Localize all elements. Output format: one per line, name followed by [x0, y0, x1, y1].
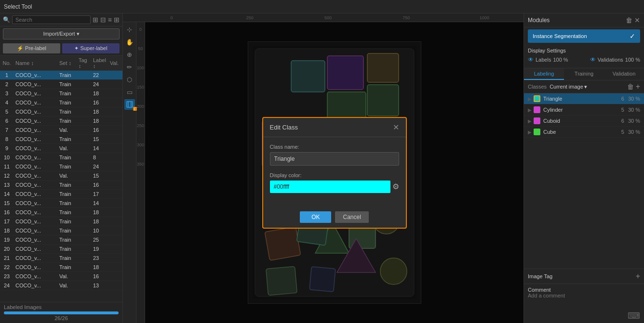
columns-icon[interactable]: ⊞	[114, 16, 120, 24]
col-label-header[interactable]: Label ↕	[91, 56, 108, 70]
row-name: COCO_v...	[13, 71, 57, 79]
table-row[interactable]: 3 COCO_v... Train 18	[0, 89, 122, 98]
list-icon[interactable]: ≡	[108, 16, 112, 24]
modal-title: Edit Class	[270, 124, 298, 131]
table-row[interactable]: 13 COCO_v... Train 16	[0, 181, 122, 190]
table-row[interactable]: 11 COCO_v... Train 24	[0, 162, 122, 171]
table-row[interactable]: 23 COCO_v... Val. 16	[0, 272, 122, 281]
ruler-h: 02505007501000	[123, 13, 523, 22]
classes-delete-button[interactable]: 🗑	[627, 82, 634, 91]
table-row[interactable]: 6 COCO_v... Train 18	[0, 116, 122, 126]
row-label: 16	[91, 272, 108, 281]
row-name: COCO_v...	[13, 281, 57, 290]
draw-tool-btn[interactable]: ✏	[124, 62, 135, 72]
row-label: 16	[91, 126, 108, 134]
classes-add-button[interactable]: +	[636, 82, 640, 91]
row-name: COCO_v...	[13, 80, 57, 89]
col-tag-header[interactable]: Tag ↕	[77, 56, 91, 70]
table-row[interactable]: 9 COCO_v... Val. 14	[0, 144, 122, 153]
row-name: COCO_v...	[13, 126, 57, 134]
class-row[interactable]: ▶ Cylinder 5 30 %	[524, 104, 644, 116]
labels-display-label: Labels	[536, 57, 551, 63]
filter-icon[interactable]: ⊟	[100, 16, 106, 24]
table-row[interactable]: 20 COCO_v... Train 19	[0, 245, 122, 254]
image-tag-add-button[interactable]: +	[636, 272, 640, 281]
color-picker-button[interactable]: ⚙	[392, 182, 399, 191]
table-row[interactable]: 5 COCO_v... Train 18	[0, 107, 122, 116]
class-row[interactable]: ▶ Cuboid 6 30 %	[524, 116, 644, 127]
table-row[interactable]: 1 COCO_v... Train 22	[0, 71, 122, 80]
table-row[interactable]: 10 COCO_v... Train 8	[0, 153, 122, 162]
comment-input[interactable]	[528, 293, 640, 304]
row-val	[108, 183, 122, 186]
cancel-button[interactable]: Cancel	[335, 211, 368, 223]
table-row[interactable]: 22 COCO_v... Train 18	[0, 263, 122, 272]
row-no: 22	[0, 263, 13, 271]
row-label: 19	[91, 245, 108, 253]
row-no: 16	[0, 208, 13, 217]
row-tag	[77, 119, 91, 122]
table-row[interactable]: 8 COCO_v... Train 15	[0, 135, 122, 144]
table-row[interactable]: 24 COCO_v... Val. 13	[0, 281, 122, 290]
row-val	[108, 266, 122, 269]
validations-eye-icon[interactable]: 👁	[590, 56, 596, 63]
class-row[interactable]: ▶ Cube 5 30 %	[524, 127, 644, 138]
import-export-button[interactable]: Import/Export ▾	[3, 28, 120, 39]
row-val	[108, 257, 122, 259]
row-set: Val.	[57, 126, 77, 134]
table-row[interactable]: 17 COCO_v... Train 18	[0, 217, 122, 226]
class-expand-icon: ▶	[528, 96, 532, 102]
pan-tool-btn[interactable]: ✋	[124, 37, 135, 47]
segment-tool-btn[interactable]: ⟨	[124, 99, 135, 110]
super-label-button[interactable]: ✦ Super-label	[62, 43, 120, 53]
canvas-view[interactable]: Edit Class ✕ Class name: Display color:	[145, 22, 523, 323]
search-input[interactable]	[12, 15, 91, 24]
tab-validation[interactable]: Validation	[604, 68, 644, 80]
zoom-tool-btn[interactable]: ⊕	[124, 49, 135, 60]
image-tag-header: Image Tag +	[528, 272, 640, 281]
class-name-input[interactable]	[270, 152, 399, 166]
table-row[interactable]: 4 COCO_v... Train 16	[0, 98, 122, 107]
row-label: 8	[91, 153, 108, 162]
row-name: COCO_v...	[13, 98, 57, 107]
keyboard-icon[interactable]: ⌨	[628, 310, 640, 321]
table-row[interactable]: 21 COCO_v... Train 23	[0, 254, 122, 263]
table-row[interactable]: 12 COCO_v... Val. 15	[0, 171, 122, 181]
polygon-tool-btn[interactable]: ⬡	[124, 74, 135, 85]
rect-tool-btn[interactable]: ▭	[124, 87, 135, 97]
current-image-button[interactable]: Current image ▾	[550, 84, 587, 90]
select-tool-btn[interactable]: ⊹	[124, 24, 135, 35]
search-icon: 🔍	[3, 16, 10, 23]
table-row[interactable]: 2 COCO_v... Train 24	[0, 80, 122, 89]
modal-close-button[interactable]: ✕	[393, 123, 399, 132]
table-row[interactable]: 19 COCO_v... Train 25	[0, 235, 122, 245]
row-no: 1	[0, 71, 13, 79]
table-row[interactable]: 7 COCO_v... Val. 16	[0, 126, 122, 135]
modules-delete-button[interactable]: 🗑	[626, 16, 632, 24]
row-set: Train	[57, 116, 77, 125]
row-label: 16	[91, 181, 108, 189]
image-grid-icon[interactable]: ⊞	[93, 16, 98, 24]
class-row[interactable]: ▶ Triangle 6 30 %	[524, 93, 644, 104]
table-row[interactable]: 18 COCO_v... Train 10	[0, 226, 122, 235]
labels-eye-icon[interactable]: 👁	[528, 56, 534, 63]
classes-title: Classes	[528, 84, 547, 90]
class-name-label: Cuboid	[543, 118, 621, 124]
row-label: 18	[91, 107, 108, 116]
modules-add-button[interactable]: ✕	[634, 16, 640, 24]
row-name: COCO_v...	[13, 135, 57, 143]
row-label: 24	[91, 80, 108, 89]
ok-button[interactable]: OK	[300, 211, 331, 223]
table-row[interactable]: 15 COCO_v... Train 14	[0, 199, 122, 208]
tab-labeling[interactable]: Labeling	[524, 68, 564, 80]
tab-training[interactable]: Training	[564, 68, 604, 80]
table-row[interactable]: 14 COCO_v... Train 17	[0, 190, 122, 199]
pre-label-button[interactable]: ⚡ Pre-label	[3, 43, 60, 53]
table-row[interactable]: 16 COCO_v... Train 18	[0, 208, 122, 217]
classes-header: Classes Current image ▾ 🗑 +	[524, 80, 644, 93]
col-set-header[interactable]: Set ↕	[57, 59, 77, 67]
col-name-header[interactable]: Name ↕	[13, 59, 57, 67]
color-input[interactable]	[270, 181, 390, 193]
instance-seg-chevron[interactable]: ✓	[630, 32, 635, 40]
validations-display-item: 👁 Validations 100 %	[590, 56, 640, 63]
